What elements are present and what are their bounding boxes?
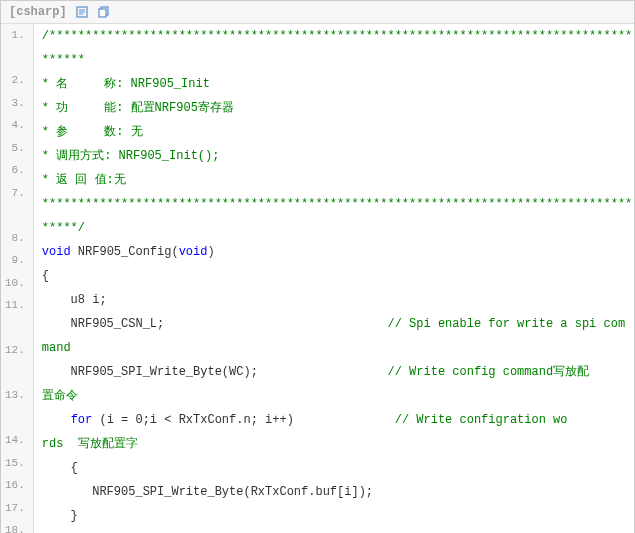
line-number: 9. [1, 249, 33, 272]
code-line: /***************************************… [34, 24, 634, 48]
code-line: * 返 回 值:无 [34, 168, 634, 192]
code-line: { [34, 456, 634, 480]
code-line: for (i = 0;i < RxTxConf.n; i++) // Write… [34, 408, 634, 432]
line-number: 10. [1, 272, 33, 295]
copy-icon[interactable] [97, 5, 111, 19]
line-number: 6. [1, 159, 33, 182]
code-line: NRF905_CSN_L; // Spi enable for write a … [34, 312, 634, 336]
line-number: 1. [1, 24, 33, 47]
line-number: 4. [1, 114, 33, 137]
line-number: 17. [1, 497, 33, 520]
line-number: 18. [1, 519, 33, 533]
code-area[interactable]: /***************************************… [34, 24, 634, 533]
line-number: 13. [1, 384, 33, 407]
code-line: * 名 称: NRF905_Init [34, 72, 634, 96]
code-block: [csharp] 1..2.3.4.5.6.7..8.9.10.11..12..… [0, 0, 635, 533]
code-line: rds 写放配置字 [34, 432, 634, 456]
code-line: * 参 数: 无 [34, 120, 634, 144]
line-number: 12. [1, 339, 33, 362]
line-number: 2. [1, 69, 33, 92]
line-number: 11. [1, 294, 33, 317]
line-number: 14. [1, 429, 33, 452]
code-line: void NRF905_Config(void) [34, 240, 634, 264]
line-number: 8. [1, 227, 33, 250]
line-gutter: 1..2.3.4.5.6.7..8.9.10.11..12..13..14.15… [1, 24, 34, 533]
code-line: *****/ [34, 216, 634, 240]
line-number: 7. [1, 182, 33, 205]
code-line: for(i = 0; i < 10; i ++) [34, 528, 634, 533]
code-line: ****** [34, 48, 634, 72]
code-line: * 功 能: 配置NRF905寄存器 [34, 96, 634, 120]
code-header: [csharp] [1, 1, 634, 24]
code-line: { [34, 264, 634, 288]
svg-rect-5 [99, 9, 106, 17]
code-line: } [34, 504, 634, 528]
language-label: [csharp] [9, 5, 67, 19]
code-line: NRF905_SPI_Write_Byte(RxTxConf.buf[i]); [34, 480, 634, 504]
line-number: 15. [1, 452, 33, 475]
line-number: 16. [1, 474, 33, 497]
code-line: u8 i; [34, 288, 634, 312]
line-number: 5. [1, 137, 33, 160]
code-line: mand [34, 336, 634, 360]
code-line: NRF905_SPI_Write_Byte(WC); // Write conf… [34, 360, 634, 384]
code-line: * 调用方式: NRF905_Init(); [34, 144, 634, 168]
code-line: ****************************************… [34, 192, 634, 216]
line-number: 3. [1, 92, 33, 115]
view-plain-icon[interactable] [75, 5, 89, 19]
code-line: 置命令 [34, 384, 634, 408]
code-body: 1..2.3.4.5.6.7..8.9.10.11..12..13..14.15… [1, 24, 634, 533]
